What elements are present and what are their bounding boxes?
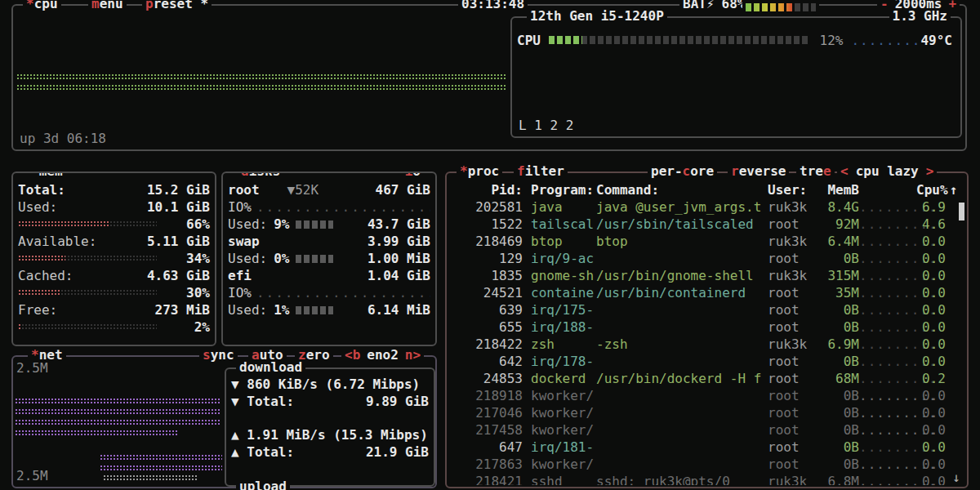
table-row[interactable]: 24521 containe /usr/bin/containerd root …: [447, 284, 967, 301]
table-row[interactable]: 217863 kworker/ root 0B ......... 0.0: [447, 456, 967, 473]
table-row[interactable]: 218918 kworker/ root 0B ......... 0.0: [447, 387, 967, 404]
process-program: zsh: [523, 336, 596, 353]
net-upload-graph-2: [100, 465, 222, 470]
table-row[interactable]: 218469 btop btop ruk3k 6.4M ......... 0.…: [447, 233, 967, 250]
process-cpu-graph: .........: [859, 456, 916, 473]
process-pid: 655: [447, 318, 523, 336]
process-cpu-graph: .........: [859, 370, 916, 387]
mem-available-meter-row: 34%: [13, 250, 215, 267]
table-row[interactable]: 217046 kworker/ root 0B ......... 0.0: [447, 404, 967, 421]
mem-free-meter-row: 2%: [13, 318, 215, 336]
scroll-down-icon[interactable]: ↓: [952, 470, 960, 485]
process-program: irq/175-: [523, 301, 596, 318]
mem-available-meter: [18, 255, 157, 262]
per-core-toggle[interactable]: per-core: [648, 163, 717, 180]
header-program[interactable]: Program:: [523, 181, 596, 198]
header-user[interactable]: User:: [768, 181, 810, 198]
filter-button[interactable]: filter: [514, 163, 568, 180]
interface-next-button[interactable]: n>: [405, 347, 421, 363]
header-pid[interactable]: Pid:: [447, 181, 523, 198]
cpu-box-title[interactable]: *cpu: [23, 0, 61, 12]
table-row[interactable]: 647 irq/181- root 0B ......... 0.0: [447, 439, 967, 456]
net-download-graph-2: [15, 408, 220, 414]
disk-root-used-value: 43.7 GiB: [368, 216, 430, 232]
sort-prev-button[interactable]: <: [840, 163, 849, 179]
uptime: up 3d 06:18: [20, 131, 106, 146]
interface-name: eno2: [367, 347, 399, 363]
process-user: ruk3k: [768, 267, 810, 284]
battery-icon: BAT⚡: [683, 0, 715, 11]
header-mem[interactable]: MemB: [810, 181, 859, 198]
header-command[interactable]: Command:: [596, 181, 768, 198]
download-speed-row: ▼ 860 KiB/s (6.72 Mibps): [226, 376, 434, 393]
net-sync-button[interactable]: sync: [199, 347, 238, 363]
process-cpu-graph: .........: [859, 421, 916, 439]
interval-decrease-button[interactable]: -: [880, 0, 889, 11]
process-pid: 129: [447, 250, 523, 267]
table-row[interactable]: 217458 kworker/ root 0B ......... 0.0: [447, 421, 967, 439]
table-row[interactable]: 639 irq/175- root 0B ......... 0.0: [447, 301, 967, 318]
tree-toggle[interactable]: tree: [796, 163, 835, 180]
table-row[interactable]: 218422 zsh -zsh ruk3k 6.9M ......... 0.0: [447, 336, 967, 353]
process-cpu: 0.0: [916, 404, 946, 421]
process-command: java @user_jvm_args.t: [596, 198, 768, 216]
process-mem: 0B: [810, 421, 859, 439]
process-cpu: 4.6: [916, 216, 946, 233]
sort-direction-icon[interactable]: ↑: [946, 181, 961, 198]
process-program: kworker/: [523, 456, 596, 473]
mem-box: *mem Total:15.2 GiB Used:10.1 GiB 66% Av…: [11, 172, 216, 346]
net-download-graph-1: [15, 398, 220, 403]
process-command: /usr/sbin/tailscaled: [596, 216, 768, 233]
mem-available-label: Available:: [18, 234, 96, 249]
interface-prev-button[interactable]: <b: [345, 347, 360, 363]
disk-swap-used-percent: 0%: [274, 251, 289, 266]
per-core-rest: ore: [690, 163, 714, 179]
disk-swap-used-row: Used:0%1.00 MiB: [223, 250, 435, 267]
process-cpu-graph: .........: [859, 284, 916, 301]
tree-hotkey: e: [823, 163, 831, 179]
table-row[interactable]: 642 irq/178- root 0B ......... 0.0: [447, 353, 967, 370]
cpu-box: *cpu menu preset * 03:13:48 BAT⚡68% -200…: [11, 4, 967, 151]
process-table-header: Pid: Program: Command: User: MemB Cpu% ↑: [447, 181, 967, 198]
process-mem: 35M: [810, 284, 859, 301]
table-row[interactable]: 1835 gnome-sh /usr/bin/gnome-shell ruk3k…: [447, 267, 967, 284]
proc-box-title[interactable]: *proc: [457, 163, 502, 180]
table-row[interactable]: 202581 java java @user_jvm_args.t ruk3k …: [447, 198, 967, 216]
process-user: ruk3k: [768, 336, 810, 353]
process-pid: 647: [447, 439, 523, 456]
process-cpu-graph: .........: [859, 473, 916, 485]
process-user: root: [768, 404, 810, 421]
table-row[interactable]: 24853 dockerd /usr/bin/dockerd -H f root…: [447, 370, 967, 387]
disks-box-title[interactable]: disks: [238, 172, 283, 180]
process-user: root: [768, 387, 810, 404]
battery-meter: [742, 0, 819, 15]
table-row[interactable]: 1522 tailscal /usr/sbin/tailscaled root …: [447, 216, 967, 233]
mem-used-meter: [18, 220, 157, 228]
disk-swap-row: swap3.99 GiB: [223, 233, 435, 250]
preset-button[interactable]: preset *: [142, 0, 212, 12]
disk-efi-used-percent: 1%: [274, 302, 289, 318]
table-row[interactable]: 655 irq/188- root 0B ......... 0.0: [447, 318, 967, 336]
table-row[interactable]: 129 irq/9-ac root 0B ......... 0.0: [447, 250, 967, 267]
sort-next-button[interactable]: >: [926, 163, 934, 179]
io-mode-toggle[interactable]: io: [402, 172, 424, 180]
disk-root-io-graph: ......................: [256, 199, 430, 215]
table-row[interactable]: 218421 sshd sshd: ruk3k@pts/0 ruk3k 6.8M…: [447, 473, 967, 485]
process-cpu: 0.2: [916, 370, 946, 387]
mem-free-row: Free:273 MiB: [13, 301, 215, 318]
scrollbar-thumb[interactable]: [959, 203, 964, 220]
mem-available-row: Available:5.11 GiB: [13, 233, 215, 250]
process-cpu: 0.0: [916, 387, 946, 404]
reverse-toggle[interactable]: reverse: [728, 163, 789, 180]
process-pid: 218421: [447, 473, 523, 485]
menu-button[interactable]: menu: [88, 0, 127, 12]
battery-meter-blocks: [746, 3, 816, 11]
process-mem: 0B: [810, 404, 859, 421]
header-cpu[interactable]: Cpu%: [916, 181, 946, 198]
process-cpu: 0.0: [916, 318, 946, 336]
mem-box-title[interactable]: *mem: [28, 172, 66, 180]
process-mem: 0B: [810, 250, 859, 267]
process-cpu: 6.9: [916, 198, 946, 216]
proc-star: *: [460, 163, 468, 179]
disk-efi-name: efi: [228, 268, 252, 283]
